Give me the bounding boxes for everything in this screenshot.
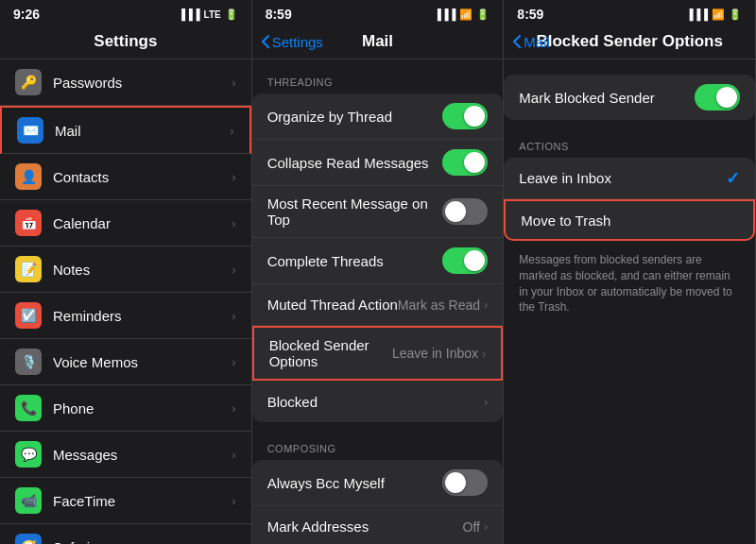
settings-panel: 9:26 ▐▐▐ LTE 🔋 Settings 🔑Passwords›✉️Mai… [0, 0, 252, 544]
mark-blocked-sender-label: Mark Blocked Sender [519, 90, 695, 106]
notes-chevron: › [232, 263, 235, 277]
time-3: 8:59 [517, 7, 543, 22]
status-icons-1: ▐▐▐ LTE 🔋 [178, 8, 238, 21]
leave-inbox-label: Leave in Inbox [519, 170, 726, 186]
back-chevron-icon [262, 35, 269, 48]
time-1: 9:26 [13, 7, 40, 22]
wifi-icon: 📶 [459, 8, 472, 21]
section-header: THREADING [252, 60, 504, 94]
calendar-icon: 📅 [15, 210, 42, 236]
calendar-label: Calendar [53, 215, 232, 231]
mark-addresses-value: Off [463, 519, 480, 535]
notes-icon: 📝 [15, 256, 42, 282]
nav-title-3: Blocked Sender Options [536, 32, 722, 51]
phone-chevron: › [232, 401, 235, 416]
mail-label: Mail [55, 123, 230, 139]
section-header: COMPOSING [252, 426, 504, 460]
settings-item-voicememos[interactable]: 🎙️Voice Memos› [0, 339, 251, 385]
mark-blocked-sender-item[interactable]: Mark Blocked Sender [504, 75, 755, 120]
status-bar-2: 8:59 ▐▐▐ 📶 🔋 [252, 0, 504, 26]
nav-bar-2: Settings Mail [252, 26, 504, 60]
contacts-icon: 👤 [15, 163, 42, 190]
settings-list-1[interactable]: 🔑Passwords›✉️Mail›👤Contacts›📅Calendar›📝N… [0, 60, 251, 544]
safari-icon: 🧭 [15, 534, 42, 544]
action-item-move-to-trash[interactable]: Move to Trash [504, 199, 755, 241]
mark-addresses-chevron: › [484, 519, 488, 534]
time-2: 8:59 [266, 7, 292, 22]
blocked-chevron: › [484, 395, 488, 409]
collapse-read-toggle[interactable] [442, 149, 488, 176]
mark-blocked-toggle[interactable] [695, 84, 740, 110]
settings-item-facetime[interactable]: 📹FaceTime› [0, 478, 251, 524]
most-recent-toggle[interactable] [442, 198, 488, 225]
safari-label: Safari [53, 539, 232, 545]
settings-item-passwords[interactable]: 🔑Passwords› [0, 60, 251, 106]
mail-item-organize-thread[interactable]: Organize by Thread [252, 94, 504, 140]
settings-item-messages[interactable]: 💬Messages› [0, 432, 251, 478]
mail-item-blocked-sender[interactable]: Blocked Sender OptionsLeave in Inbox› [252, 326, 504, 381]
contacts-label: Contacts [53, 169, 232, 185]
move-to-trash-label: Move to Trash [521, 212, 738, 229]
mail-item-blocked[interactable]: Blocked› [252, 381, 504, 422]
blocked-sender-label: Blocked Sender Options [269, 337, 392, 369]
blocked-sender-footer: Messages from blocked senders are marked… [504, 245, 755, 327]
battery-icon-2: 🔋 [476, 8, 490, 21]
passwords-chevron: › [232, 76, 235, 90]
blocked-sender-chevron: › [482, 347, 486, 361]
blocked-label: Blocked [267, 394, 484, 410]
status-bar-1: 9:26 ▐▐▐ LTE 🔋 [0, 0, 251, 26]
reminders-icon: ☑️ [15, 302, 42, 329]
facetime-label: FaceTime [53, 493, 232, 509]
phone-icon: 📞 [15, 395, 42, 421]
actions-group: Leave in Inbox✓Move to Trash [504, 158, 755, 241]
mail-settings-list[interactable]: THREADINGOrganize by ThreadCollapse Read… [252, 60, 504, 544]
complete-threads-toggle[interactable] [442, 247, 488, 274]
mail-item-complete-threads[interactable]: Complete Threads [252, 238, 504, 284]
muted-thread-value: Mark as Read [398, 298, 480, 313]
settings-item-notes[interactable]: 📝Notes› [0, 246, 251, 293]
blocked-sender-value: Leave in Inbox [392, 346, 478, 361]
wifi-icon-3: 📶 [712, 8, 725, 21]
always-bcc-label: Always Bcc Myself [267, 475, 443, 491]
mail-item-mark-addresses[interactable]: Mark AddressesOff› [252, 506, 504, 544]
facetime-icon: 📹 [15, 487, 42, 514]
mail-item-collapse-read[interactable]: Collapse Read Messages [252, 140, 504, 186]
mail-item-most-recent[interactable]: Most Recent Message on Top [252, 186, 504, 238]
settings-item-phone[interactable]: 📞Phone› [0, 385, 251, 432]
mail-item-always-bcc[interactable]: Always Bcc Myself [252, 460, 504, 506]
mail-item-muted-thread[interactable]: Muted Thread ActionMark as Read› [252, 284, 504, 326]
battery-icon-3: 🔋 [729, 8, 742, 21]
settings-item-mail[interactable]: ✉️Mail› [0, 106, 251, 154]
muted-thread-chevron: › [484, 298, 488, 312]
settings-item-reminders[interactable]: ☑️Reminders› [0, 293, 251, 339]
back-to-mail[interactable]: Mail [513, 34, 550, 50]
most-recent-label: Most Recent Message on Top [267, 196, 443, 228]
section-group: Organize by ThreadCollapse Read Messages… [252, 94, 504, 422]
lte-label: LTE [204, 9, 221, 20]
notes-label: Notes [53, 262, 232, 278]
reminders-chevron: › [232, 309, 235, 323]
status-icons-3: ▐▐▐ 📶 🔋 [686, 8, 742, 21]
settings-item-calendar[interactable]: 📅Calendar› [0, 200, 251, 246]
action-item-leave-inbox[interactable]: Leave in Inbox✓ [504, 158, 755, 199]
mail-panel: 8:59 ▐▐▐ 📶 🔋 Settings Mail THREADINGOrga… [252, 0, 505, 544]
blocked-sender-list[interactable]: Mark Blocked SenderACTIONSLeave in Inbox… [504, 60, 755, 544]
safari-chevron: › [232, 540, 235, 545]
reminders-label: Reminders [53, 308, 232, 324]
settings-item-safari[interactable]: 🧭Safari› [0, 524, 251, 544]
settings-item-contacts[interactable]: 👤Contacts› [0, 154, 251, 200]
back-to-settings[interactable]: Settings [262, 34, 323, 50]
nav-title-2: Mail [362, 32, 393, 51]
status-icons-2: ▐▐▐ 📶 🔋 [434, 8, 490, 21]
blocked-sender-panel: 8:59 ▐▐▐ 📶 🔋 Mail Blocked Sender Options… [504, 0, 756, 544]
nav-title-1: Settings [94, 32, 157, 51]
organize-thread-toggle[interactable] [442, 103, 488, 129]
signal-icon-2: ▐▐▐ [434, 8, 455, 20]
phone-label: Phone [53, 400, 232, 416]
always-bcc-toggle[interactable] [442, 469, 488, 496]
muted-thread-label: Muted Thread Action [267, 297, 398, 313]
messages-icon: 💬 [15, 441, 42, 468]
status-bar-3: 8:59 ▐▐▐ 📶 🔋 [504, 0, 755, 26]
mark-blocked-group: Mark Blocked Sender [504, 75, 755, 120]
signal-icon: ▐▐▐ [178, 8, 199, 20]
